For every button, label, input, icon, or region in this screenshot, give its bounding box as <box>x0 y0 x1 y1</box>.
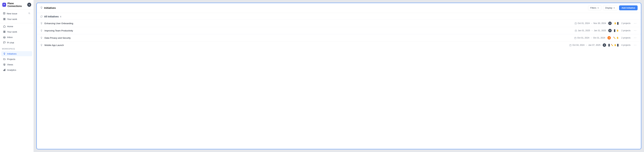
svg-rect-10 <box>4 31 5 32</box>
sidebar-item-projects[interactable]: Projects <box>1 57 32 62</box>
sidebar-item-your-work[interactable]: Your work <box>1 17 32 22</box>
calendar-icon <box>574 22 577 25</box>
projects-count-4: 4 projects <box>621 44 630 46</box>
meta-icons-1: ✋ ▊ <box>614 22 619 25</box>
more-menu-1[interactable]: ··· <box>633 22 638 25</box>
panel-lightbulb-icon <box>40 6 43 10</box>
meta-icons-4: ▊ ✏️ ✋ ▊ <box>608 44 619 46</box>
projects-label: Projects <box>7 58 15 60</box>
panel-header: Initiatives Filters Display Add Initiati… <box>37 3 641 13</box>
hand-icon-2: ✋ <box>616 29 619 32</box>
initiatives-group-header: All Initiatives 4 <box>40 15 638 18</box>
sidebar-item-analytics[interactable]: Analytics <box>1 67 32 72</box>
initiative-row[interactable]: Enhancing User Onboarding Oct 01, 2024 →… <box>37 20 641 27</box>
panel-header-actions: Filters Display Add Initiative <box>588 6 638 10</box>
svg-rect-15 <box>5 69 6 71</box>
workspace-label: WORKSPACE <box>0 46 34 51</box>
sidebar-item-inbox[interactable]: Inbox <box>1 35 32 40</box>
panel-title-text: Initiatives <box>44 7 56 9</box>
sidebar-item-new-issue[interactable]: New issue <box>1 11 32 16</box>
sidebar-item-initiatives[interactable]: Initiatives <box>1 51 32 56</box>
svg-rect-14 <box>4 69 5 71</box>
svg-rect-5 <box>4 18 4 19</box>
date-range-4: Oct 04, 2024 → Jan 07, 2025 <box>569 44 600 46</box>
sidebar-header: P Plane Connections D <box>0 0 34 10</box>
date-end-4: Jan 07, 2025 <box>588 44 600 46</box>
views-label: Views <box>7 63 13 66</box>
chart-icon-4: ▊ <box>617 44 619 46</box>
pencil-icon-4: ✏️ <box>611 44 613 46</box>
date-start-4: Oct 04, 2024 <box>572 44 584 46</box>
date-range-1: Oct 01, 2024 → Nov 30, 2024 <box>574 22 606 25</box>
hand-icon-3: ✋ <box>616 37 619 39</box>
inbox-label: Inbox <box>7 36 13 39</box>
svg-rect-11 <box>4 32 4 33</box>
brand[interactable]: P Plane Connections <box>2 2 27 8</box>
bar-icon-2: ▊ <box>614 29 616 32</box>
more-menu-3[interactable]: ··· <box>633 36 638 40</box>
initiative-row[interactable]: Mobile App Launch Oct 04, 2024 → Jan 07,… <box>37 41 641 49</box>
display-button[interactable]: Display <box>603 6 618 10</box>
home-icon <box>3 25 6 28</box>
more-menu-2[interactable]: ··· <box>633 29 638 32</box>
folder-icon <box>3 58 6 60</box>
chevron-down-icon <box>597 7 599 9</box>
initiative-icon-4 <box>40 44 43 46</box>
svg-rect-6 <box>4 18 5 19</box>
svg-rect-20 <box>575 30 577 32</box>
yourwork-icon <box>3 30 6 33</box>
svg-rect-9 <box>4 31 4 32</box>
projects-count-1: 2 projects <box>621 22 630 25</box>
svg-line-4 <box>30 14 30 14</box>
initiative-row[interactable]: Data Privacy and Security Oct 01, 2024 →… <box>37 34 641 41</box>
your-work-label: Your work <box>7 18 17 21</box>
user-avatar[interactable]: D <box>27 3 31 7</box>
initiative-icon-3 <box>40 37 43 39</box>
assignee-avatar-3: A <box>608 36 611 40</box>
sidebar-item-home[interactable]: Home <box>1 24 32 29</box>
svg-rect-12 <box>4 32 5 33</box>
grid-icon <box>3 18 6 21</box>
brand-name: Plane Connections <box>8 2 27 8</box>
sidebar-item-pi-chat[interactable]: Pi chat <box>1 40 32 45</box>
arrow-1: → <box>590 22 593 25</box>
svg-point-3 <box>29 13 30 14</box>
group-refresh-icon <box>40 15 43 18</box>
home-label: Home <box>7 25 13 28</box>
date-end-3: Oct 31, 2024 <box>593 37 605 39</box>
date-range-2: Jan 01, 2025 → Jan 31, 2025 <box>575 29 606 32</box>
projects-count-3: 2 projects <box>621 37 630 39</box>
workspace-nav: Initiatives Projects Views <box>0 51 34 73</box>
assignee-avatar-2: D <box>608 29 612 32</box>
sidebar-item-your-work-nav[interactable]: Your work <box>1 29 32 34</box>
your-work-nav-label: Your work <box>7 31 17 33</box>
sidebar-item-views[interactable]: Views <box>1 62 32 67</box>
date-range-3: Oct 01, 2024 → Oct 31, 2024 <box>574 37 605 39</box>
more-menu-4[interactable]: ··· <box>633 43 638 47</box>
svg-rect-28 <box>570 44 572 46</box>
add-initiative-button[interactable]: Add Initiative <box>619 6 638 10</box>
date-start-1: Oct 01, 2024 <box>578 22 590 25</box>
initiative-icon-1 <box>40 22 43 25</box>
initiative-name-3: Data Privacy and Security <box>44 37 572 39</box>
initiatives-count: 4 <box>60 15 61 18</box>
search-icon[interactable] <box>28 12 30 15</box>
initiative-name-1: Enhancing User Onboarding <box>44 22 573 25</box>
initiative-meta-4: Oct 04, 2024 → Jan 07, 2025 D ▊ ✏️ ✋ ▊ 4… <box>569 43 638 47</box>
filters-button[interactable]: Filters <box>588 6 601 10</box>
initiatives-panel: Initiatives Filters Display Add Initiati… <box>36 3 641 149</box>
projects-count-2: 2 projects <box>621 29 630 32</box>
hand-icon-1: ✋ <box>614 22 616 25</box>
initiative-meta-3: Oct 01, 2024 → Oct 31, 2024 A ✏️ ✋ 2 pro… <box>574 36 638 40</box>
initiative-meta-1: Oct 01, 2024 → Nov 30, 2024 D ✋ ▊ 2 proj… <box>574 22 638 25</box>
initiative-row[interactable]: Improving Team Productivity Jan 01, 2025… <box>37 27 641 34</box>
initiatives-label: Initiatives <box>7 53 16 55</box>
inbox-icon <box>3 36 6 39</box>
calendar-icon-2 <box>575 30 577 32</box>
new-issue-label: New issue <box>7 12 17 15</box>
date-end-2: Jan 31, 2025 <box>594 29 606 32</box>
hand-icon-4: ✋ <box>614 44 616 46</box>
meta-icons-3: ✏️ ✋ <box>613 37 619 39</box>
edit-icon <box>3 12 6 15</box>
date-end-1: Nov 30, 2024 <box>594 22 606 25</box>
